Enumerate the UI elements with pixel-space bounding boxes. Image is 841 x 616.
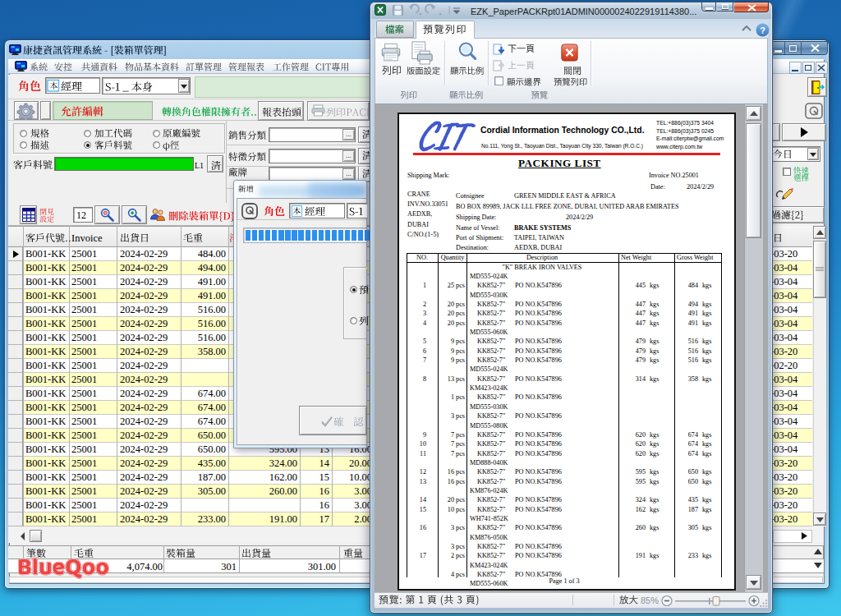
- svg-text:?: ?: [760, 25, 765, 35]
